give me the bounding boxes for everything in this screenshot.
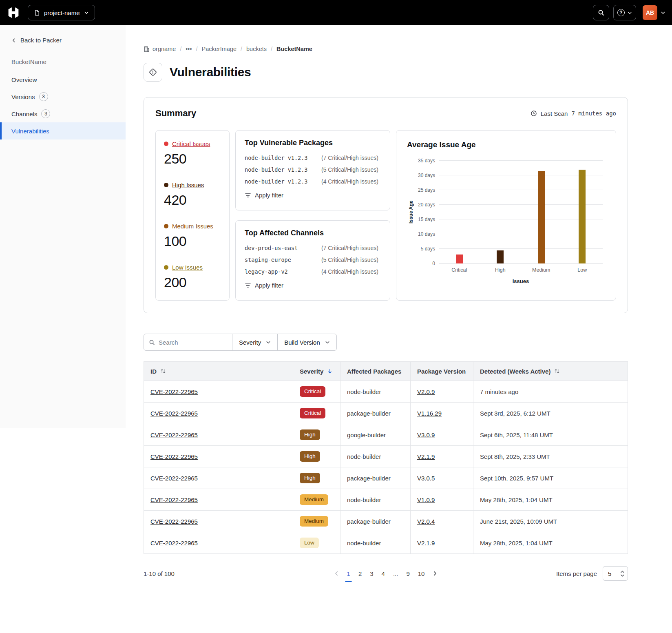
chart-bar-critical <box>456 255 463 263</box>
vulnerable-package-row-info: (5 Critical/High issues) <box>321 166 378 173</box>
stepper-icons[interactable] <box>621 571 624 577</box>
filter-icon <box>245 192 251 199</box>
breadcrumb-item-packerimage[interactable]: PackerImage <box>202 46 237 52</box>
package-version-link[interactable]: V2.0.4 <box>417 518 435 525</box>
package-version-link[interactable]: V2.0.9 <box>417 388 435 395</box>
search-field[interactable] <box>144 334 232 351</box>
top-channels-list: dev-prod-us-east (7 Critical/High issues… <box>245 245 381 275</box>
user-menu[interactable]: AB <box>640 5 665 20</box>
severity-filter-link[interactable]: Medium Issues <box>172 223 213 230</box>
summary-title: Summary <box>155 108 196 119</box>
package-version-link[interactable]: V2.1.9 <box>417 540 435 547</box>
pagination-page-10[interactable]: 10 <box>417 569 426 579</box>
chart-y-axis-title: Issue Age <box>407 161 415 263</box>
severity-badge: Critical <box>300 408 325 418</box>
table-row: CVE-2022-22965 High node-builder V2.1.9 … <box>144 446 628 467</box>
pagination-page-2[interactable]: 2 <box>358 569 363 579</box>
affected-package-cell: node-builder <box>340 446 411 467</box>
back-to-packer-link[interactable]: Back to Packer <box>0 37 126 44</box>
sort-toggle-icon-id[interactable] <box>160 368 166 374</box>
sidebar-item-label: Channels <box>11 111 37 117</box>
items-per-page-select[interactable]: 5 <box>603 566 628 581</box>
severity-dot <box>164 224 168 228</box>
build-version-filter-dropdown[interactable]: Build Version <box>277 334 337 351</box>
chevron-down-icon <box>266 340 271 345</box>
package-version-link[interactable]: V3.0.9 <box>417 432 435 438</box>
cve-link[interactable]: CVE-2022-22965 <box>150 432 198 438</box>
sidebar-item-overview[interactable]: Overview <box>0 71 126 88</box>
column-label: Severity <box>300 368 323 375</box>
sidebar-item-label: Versions <box>11 93 35 100</box>
pagination-page-3[interactable]: 3 <box>369 569 374 579</box>
affected-package-cell: node-builder <box>340 532 411 554</box>
column-label: Package Version <box>417 368 466 375</box>
breadcrumb-item-ellipsis[interactable]: ••• <box>186 46 192 52</box>
severity-filter-link[interactable]: Low Issues <box>172 264 203 271</box>
main-content: orgname/•••/PackerImage/buckets/BucketNa… <box>126 25 672 605</box>
affected-channel-row: staging-europe (5 Critical/High issues) <box>245 257 381 263</box>
column-header-affected-packages[interactable]: Affected Packages <box>340 362 411 381</box>
items-per-page: Items per page 5 <box>556 566 628 581</box>
package-version-link[interactable]: V2.1.9 <box>417 453 435 460</box>
cve-link[interactable]: CVE-2022-22965 <box>150 453 198 460</box>
sidebar-item-vulnerabilities[interactable]: Vulnerabilities <box>0 122 126 139</box>
chart-ytick-label: 10 days <box>418 231 435 237</box>
chart-bar-high <box>497 250 504 263</box>
package-version-link[interactable]: V1.0.9 <box>417 496 435 503</box>
pagination-page-4[interactable]: 4 <box>381 569 386 579</box>
sort-toggle-icon-detected-weeks-active[interactable] <box>554 368 560 374</box>
pagination-page-1[interactable]: 1 <box>346 569 351 579</box>
count-badge: 3 <box>41 109 50 118</box>
table-row: CVE-2022-22965 Medium node-builder V1.0.… <box>144 489 628 511</box>
cve-link[interactable]: CVE-2022-22965 <box>150 540 198 547</box>
column-header-detected-weeks-active[interactable]: Detected (Weeks Active) <box>473 362 628 381</box>
pagination-prev-button[interactable] <box>334 571 340 576</box>
chart-bar-medium <box>538 171 545 263</box>
sidebar-item-label: Overview <box>11 76 37 83</box>
column-header-package-version[interactable]: Package Version <box>411 362 473 381</box>
affected-channel-row-name: dev-prod-us-east <box>245 245 321 251</box>
breadcrumb-separator: / <box>271 46 272 52</box>
pagination-next-button[interactable] <box>432 571 438 576</box>
top-affected-channels-panel: Top Affected Channels dev-prod-us-east (… <box>235 220 390 301</box>
column-header-id[interactable]: ID <box>144 362 293 381</box>
chart-plot <box>439 161 605 263</box>
breadcrumb-item-orgname[interactable]: orgname <box>144 46 176 52</box>
pagination-page-9[interactable]: 9 <box>405 569 410 579</box>
chart-ytick-label: 25 days <box>418 187 435 193</box>
sidebar-item-channels[interactable]: Channels 3 <box>0 105 126 122</box>
search-button[interactable] <box>593 5 609 20</box>
cve-link[interactable]: CVE-2022-22965 <box>150 518 198 525</box>
cve-link[interactable]: CVE-2022-22965 <box>150 388 198 395</box>
apply-filter-channels-button[interactable]: Apply filter <box>245 282 381 289</box>
project-selector[interactable]: project-name <box>28 5 95 20</box>
severity-filter-link[interactable]: Critical Issues <box>172 140 210 147</box>
search-input[interactable] <box>159 339 227 346</box>
package-version-link[interactable]: V3.0.5 <box>417 475 435 482</box>
avatar[interactable]: AB <box>643 5 657 20</box>
severity-filter-dropdown[interactable]: Severity <box>232 334 278 351</box>
apply-filter-packages-button[interactable]: Apply filter <box>245 192 381 199</box>
package-version-link[interactable]: V1.16.29 <box>417 410 442 417</box>
sort-desc-icon-severity[interactable] <box>327 368 333 374</box>
breadcrumb-item-buckets[interactable]: buckets <box>246 46 267 52</box>
table-filters: Severity Build Version <box>144 334 628 351</box>
help-menu-button[interactable]: ? <box>613 5 636 20</box>
chart-bar-column <box>480 161 521 263</box>
apply-filter-label: Apply filter <box>255 282 283 289</box>
sidebar-item-versions[interactable]: Versions 3 <box>0 88 126 105</box>
hashicorp-logo[interactable] <box>7 6 20 20</box>
chart-bars <box>439 161 603 263</box>
severity-summary-item: Critical Issues 250 <box>164 140 221 167</box>
top-navigation: project-name ? AB <box>0 0 672 25</box>
chart-xtick-label: Critical <box>439 267 480 273</box>
cve-link[interactable]: CVE-2022-22965 <box>150 475 198 482</box>
chart-ytick-label: 0 <box>432 261 435 266</box>
detected-cell: May 28th, 2025, 1:04 UMT <box>473 489 628 511</box>
cve-link[interactable]: CVE-2022-22965 <box>150 496 198 503</box>
severity-filter-link[interactable]: High Issues <box>172 181 204 188</box>
severity-badge: Critical <box>300 386 325 397</box>
cve-link[interactable]: CVE-2022-22965 <box>150 410 198 417</box>
breadcrumb-separator: / <box>241 46 242 52</box>
column-header-severity[interactable]: Severity <box>293 362 340 381</box>
